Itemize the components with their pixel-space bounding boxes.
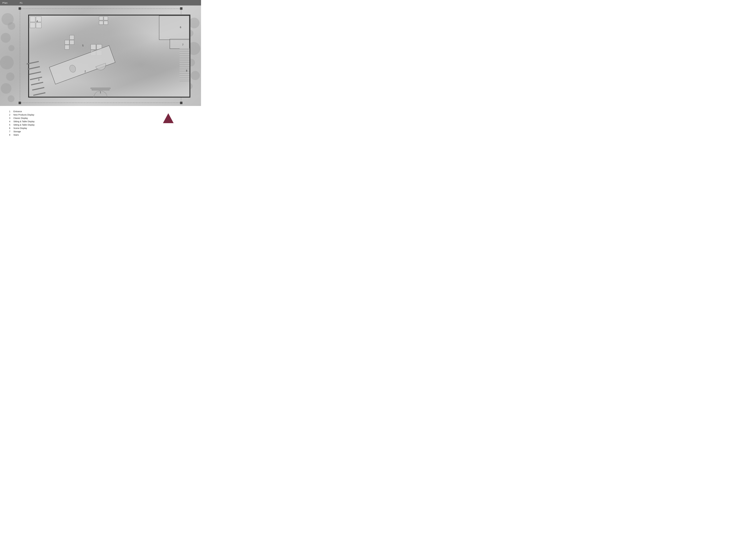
entrance-step [92,89,109,90]
grid-cell [36,22,41,28]
grid-cell [99,16,103,20]
legend-item-1: 1 Entrance [9,110,163,113]
label-storage-num: 7 [182,43,183,46]
circle-decor [8,95,14,102]
stair-step [179,64,189,66]
tetris-row [65,35,74,40]
label-new-products-num: 2 [85,70,86,73]
legend-text-6: Scene Display [14,127,27,129]
corner-marker-bl [18,102,21,104]
stair-step [179,55,189,57]
storage-box [170,39,189,49]
circle-decor [189,18,200,28]
legend-num-5: 5 [9,124,14,126]
stair-step [179,77,189,79]
legend-num-6: 6 [9,127,14,129]
grid-cell [30,22,35,28]
grid-cell [104,16,108,20]
tetris-cell [69,40,74,45]
legend-text-4: Sitting & Table Display [14,120,35,123]
tetris-cell-empty [69,45,74,49]
corner-marker-br [180,102,182,104]
legend-list: 1 Entrance 2 New Products Display 3 Clas… [9,110,163,137]
north-arrow [163,113,174,123]
legend-num-3: 3 [9,117,14,119]
legend-num-2: 2 [9,114,14,116]
label-scene-num: 6 [180,26,181,29]
grid-cell [104,21,108,25]
circle-decor [8,45,14,51]
label-stairs-num: 8 [186,69,187,72]
circle-decor [6,72,14,81]
floorplan-wrapper: 4 2 3 5 6 7 8 1 [0,6,201,106]
header-floor-label: F1 [20,2,22,4]
stair-step [179,61,189,63]
stair-step [179,50,189,52]
header-plan-label: Plan [2,2,8,4]
tetris-cell-empty [65,35,69,40]
shelf-line [30,77,42,80]
grid-cell [30,16,35,22]
legend-item-5: 5 Sitting & Table Display [9,124,163,126]
stair-step [179,52,189,54]
circles-left [0,6,20,106]
circle-decor [1,83,12,94]
tetris-cell [65,40,69,45]
legend-item-8: 8 Stairs [9,134,163,136]
label-classic-num: 3 [38,79,40,81]
stairs-area [179,48,189,89]
item4-tetris-shape [65,35,74,50]
legend-item-6: 6 Scene Display [9,127,163,129]
north-triangle [163,113,174,123]
stair-step [179,63,189,64]
legend-item-4: 4 Sitting & Table Display [9,120,163,123]
shelf-line [32,87,44,90]
legend-text-3: Classic Display [14,117,28,119]
top-left-corner-display [30,16,42,28]
legend-text-2: New Products Display [14,114,34,116]
circle-decor [0,56,14,69]
stair-step [179,68,189,70]
tetris-cell [65,45,69,49]
shelf-line [28,66,40,70]
grid-cell [91,44,96,50]
legend-num-8: 8 [9,134,14,136]
stair-step [179,74,189,75]
legend-text-8: Stairs [14,134,19,136]
tetris-cell [69,35,74,40]
legend-num-4: 4 [9,120,14,123]
circle-decor [191,71,200,80]
label-sitting-table2-num: 5 [82,44,84,47]
legend-num-1: 1 [9,110,14,113]
header-bar: Plan F1 [0,0,201,6]
corner-marker-tl [18,7,21,10]
shelf-line [31,82,43,86]
shelf-line [33,92,45,96]
corner-marker-tr [180,7,182,10]
legend-item-2: 2 New Products Display [9,114,163,116]
tetris-row [65,45,74,49]
display-hole [68,64,77,73]
stair-step [179,79,189,81]
scene-display-box [159,15,189,40]
stair-step [179,66,189,68]
legend-section: 1 Entrance 2 New Products Display 3 Clas… [0,106,201,141]
label-entrance-1: 1 [100,91,101,94]
legend-num-7: 7 [9,130,14,133]
legend-text-5: Sitting & Table Display [14,124,35,126]
circle-decor [1,33,11,43]
shelf-line [29,71,41,75]
stair-step [179,70,189,72]
top-center-display [99,16,108,25]
stair-step [179,57,189,59]
circle-decor [8,22,15,30]
label-entrance-num: 4 [37,20,38,23]
legend-item-7: 7 Storage [9,130,163,133]
stair-step [179,72,189,74]
legend-item-3: 3 Classic Display [9,117,163,119]
legend-text-1: Entrance [14,110,22,113]
entrance-step [91,88,110,89]
stair-step [179,54,189,55]
legend-text-7: Storage [14,130,21,133]
grid-cell [99,21,103,25]
